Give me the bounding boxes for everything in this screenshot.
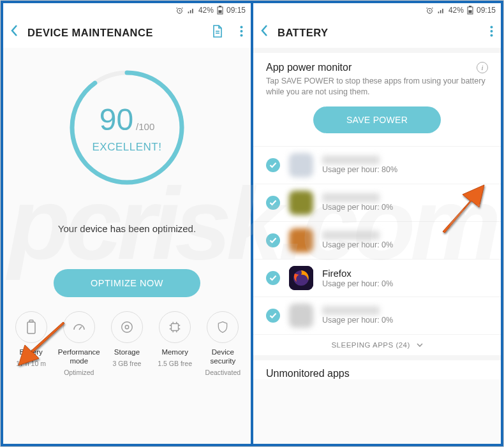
alarm-icon [175, 6, 184, 15]
app-info: ██████Usage per hour: 0% [322, 306, 488, 325]
app-row[interactable]: ██████Usage per hour: 0% [253, 184, 501, 221]
storage-icon [111, 311, 143, 343]
svg-point-4 [241, 26, 243, 29]
app-icon [289, 304, 313, 328]
svg-rect-13 [172, 324, 179, 331]
shortcut-sub: 1.5 GB free [158, 360, 192, 367]
svg-rect-9 [27, 322, 35, 333]
shortcut-security[interactable]: Device security Deactivated [200, 311, 245, 376]
shortcuts-row: Battery 17 h 10 m Performance mode Optim… [3, 311, 251, 376]
svg-rect-17 [468, 10, 471, 13]
app-name: ██████ [322, 231, 380, 240]
section-description: Tap SAVE POWER to stop these apps from u… [266, 76, 488, 98]
app-icon [289, 266, 313, 290]
gauge-icon [63, 311, 95, 343]
app-name: ██████ [322, 306, 380, 315]
section-title: App power monitor [266, 62, 488, 73]
shortcut-storage[interactable]: Storage 3 GB free [105, 311, 149, 376]
checkbox-checked-icon[interactable] [266, 271, 280, 285]
shortcut-sub: Deactivated [205, 369, 241, 376]
battery-icon [217, 6, 223, 15]
shortcut-sub: 3 GB free [112, 360, 141, 367]
checkbox-checked-icon[interactable] [266, 233, 280, 247]
app-usage: Usage per hour: 0% [322, 279, 488, 288]
svg-point-6 [241, 34, 243, 37]
shortcut-memory[interactable]: Memory 1.5 GB free [152, 311, 197, 376]
svg-point-19 [491, 30, 493, 33]
app-row[interactable]: ██████Usage per hour: 0% [253, 221, 501, 259]
shortcut-battery[interactable]: Battery 17 h 10 m [9, 311, 54, 376]
app-info: FirefoxUsage per hour: 0% [322, 268, 488, 288]
status-bar: 42% 09:15 [253, 3, 501, 17]
app-info: ██████Usage per hour: 0% [322, 231, 488, 249]
info-icon[interactable]: i [477, 62, 488, 73]
optimized-message: Your device has been optimized. [3, 223, 251, 234]
alarm-icon [426, 6, 434, 15]
shortcut-label: Storage [114, 348, 140, 357]
battery-icon [467, 6, 473, 15]
app-info: ██████Usage per hour: 80% [322, 156, 488, 174]
clock-time: 09:15 [477, 6, 496, 15]
battery-percent: 42% [448, 6, 464, 15]
checkbox-checked-icon[interactable] [266, 309, 280, 323]
shortcut-label: Battery [19, 348, 42, 357]
svg-point-18 [491, 26, 493, 29]
battery-outline-icon [15, 311, 47, 343]
sleeping-apps-row[interactable]: SLEEPING APPS (24) [253, 334, 501, 355]
svg-rect-3 [218, 10, 221, 13]
checkbox-checked-icon[interactable] [266, 196, 280, 210]
shortcut-label: Device security [200, 348, 245, 366]
save-power-button[interactable]: SAVE POWER [313, 106, 441, 133]
app-usage: Usage per hour: 0% [322, 316, 488, 325]
svg-point-20 [491, 34, 493, 37]
app-usage: Usage per hour: 80% [322, 165, 488, 174]
svg-point-11 [122, 322, 133, 333]
back-icon[interactable] [261, 24, 269, 41]
app-row[interactable]: FirefoxUsage per hour: 0% [253, 259, 501, 297]
sleeping-apps-label: SLEEPING APPS (24) [331, 341, 410, 349]
checkbox-checked-icon[interactable] [266, 158, 280, 172]
app-row[interactable]: ██████Usage per hour: 80% [253, 146, 501, 184]
score-ring: 90/100 EXCELLENT! [66, 67, 188, 188]
svg-rect-10 [29, 320, 33, 322]
svg-point-5 [241, 30, 243, 33]
app-bar: BATTERY [253, 17, 501, 48]
unmonitored-section-title[interactable]: Unmonitored apps [253, 355, 501, 379]
app-name: ██████ [322, 156, 380, 165]
clock-time: 09:15 [226, 6, 246, 15]
signal-icon [437, 6, 445, 15]
optimize-button[interactable]: OPTIMIZE NOW [54, 269, 200, 297]
shortcut-sub: Optimized [64, 369, 94, 376]
battery-percent: 42% [198, 6, 214, 15]
shortcut-performance[interactable]: Performance mode Optimized [57, 311, 101, 376]
shortcut-label: Memory [161, 348, 188, 357]
signal-icon [187, 6, 195, 15]
shortcut-label: Performance mode [57, 348, 101, 366]
page-title: BATTERY [278, 27, 481, 39]
svg-point-12 [125, 325, 129, 329]
shortcut-sub: 17 h 10 m [16, 360, 46, 367]
app-row[interactable]: ██████Usage per hour: 0% [253, 297, 501, 334]
svg-point-8 [72, 73, 182, 182]
chip-icon [159, 311, 191, 343]
svg-rect-16 [469, 6, 471, 7]
power-monitor-section: i App power monitor Tap SAVE POWER to st… [253, 53, 501, 146]
more-icon[interactable] [490, 26, 493, 40]
app-info: ██████Usage per hour: 0% [322, 193, 488, 212]
app-icon [289, 153, 313, 177]
shield-icon [207, 311, 239, 343]
svg-rect-2 [219, 6, 221, 7]
battery-screen: 42% 09:15 BATTERY i App power monitor Ta… [253, 3, 501, 444]
app-icon [289, 191, 313, 215]
more-icon[interactable] [240, 26, 243, 40]
status-bar: 42% 09:15 [3, 3, 251, 17]
back-icon[interactable] [11, 24, 19, 41]
app-usage: Usage per hour: 0% [322, 240, 488, 249]
page-title: DEVICE MAINTENANCE [27, 27, 203, 39]
document-icon[interactable] [212, 25, 223, 40]
device-maintenance-screen: 42% 09:15 DEVICE MAINTENANCE [3, 3, 251, 444]
app-bar: DEVICE MAINTENANCE [3, 17, 251, 48]
app-icon [289, 228, 313, 253]
app-name: ██████ [322, 193, 380, 202]
app-name: Firefox [322, 268, 488, 279]
